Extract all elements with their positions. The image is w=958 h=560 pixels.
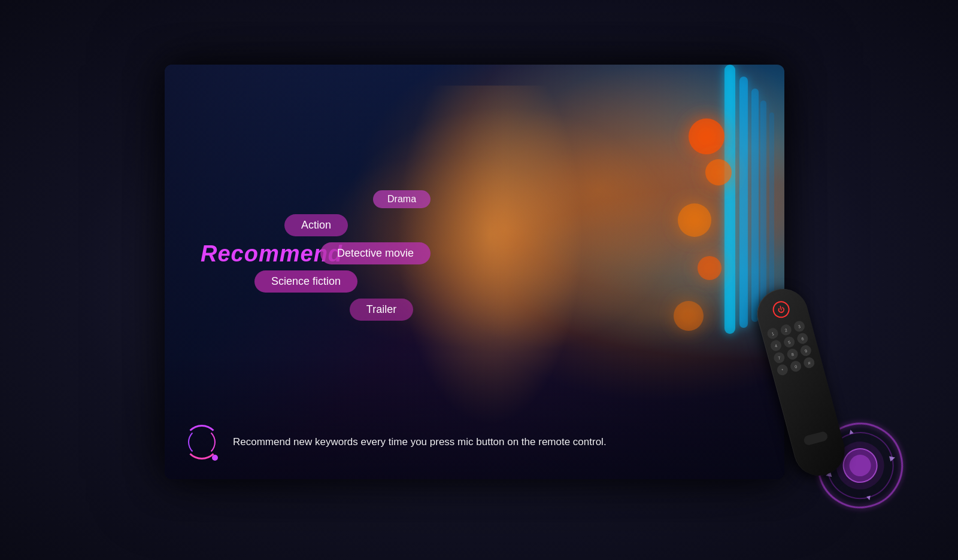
btn-5-label: 5 [787, 340, 791, 345]
btn-7[interactable]: 7 [772, 351, 786, 364]
drama-label: Drama [387, 194, 416, 205]
power-icon: ⏻ [777, 305, 786, 315]
voice-description: Recommend new keywords every time you pr… [233, 436, 607, 448]
btn-6[interactable]: 6 [796, 332, 809, 345]
btn-2[interactable]: 2 [780, 323, 793, 336]
btn-6-label: 6 [801, 336, 805, 341]
tv-screen: Recommend Drama Action Detective movie S… [165, 65, 784, 479]
genre-tag-trailer[interactable]: Trailer [350, 299, 413, 321]
science-fiction-label: Science fiction [271, 275, 341, 288]
genre-tags-container: Drama Action Detective movie Science fic… [284, 190, 431, 321]
number-buttons: 1 2 3 4 5 6 7 8 9 * 0 # [766, 319, 817, 376]
genre-tag-drama[interactable]: Drama [373, 190, 431, 208]
detective-label: Detective movie [337, 247, 414, 260]
voice-dot [212, 455, 218, 461]
action-label: Action [301, 219, 331, 232]
svg-text:▲: ▲ [847, 427, 856, 437]
voice-icon [183, 423, 221, 461]
tv-outer: Recommend Drama Action Detective movie S… [165, 65, 793, 495]
btn-hash[interactable]: # [802, 356, 815, 369]
svg-text:▶: ▶ [889, 453, 896, 462]
trailer-label: Trailer [366, 303, 396, 316]
btn-hash-label: # [807, 360, 811, 365]
genre-tag-science-fiction[interactable]: Science fiction [254, 270, 357, 293]
btn-3-label: 3 [798, 324, 801, 329]
btn-0-label: 0 [794, 364, 798, 369]
voice-ring-inner [188, 428, 216, 456]
btn-star[interactable]: * [776, 363, 789, 376]
genre-tag-detective[interactable]: Detective movie [320, 242, 431, 264]
btn-2-label: 2 [784, 327, 788, 332]
btn-8[interactable]: 8 [786, 348, 799, 361]
btn-0[interactable]: 0 [789, 360, 802, 373]
btn-7-label: 7 [778, 355, 781, 360]
voice-bar: Recommend new keywords every time you pr… [183, 423, 766, 461]
svg-text:▼: ▼ [865, 493, 874, 503]
power-button[interactable]: ⏻ [771, 299, 791, 319]
remote-body: ⏻ 1 2 3 4 5 6 7 8 9 * 0 # [751, 283, 850, 481]
btn-3[interactable]: 3 [793, 319, 806, 333]
btn-star-label: * [781, 367, 784, 372]
btn-5[interactable]: 5 [783, 336, 796, 349]
genre-tag-action[interactable]: Action [284, 214, 348, 236]
btn-8-label: 8 [791, 352, 795, 357]
btn-1[interactable]: 1 [766, 327, 779, 340]
remote-bottom-button[interactable] [803, 431, 829, 446]
btn-9[interactable]: 9 [799, 344, 813, 357]
content-overlay: Recommend Drama Action Detective movie S… [165, 65, 784, 479]
btn-4-label: 4 [774, 343, 778, 348]
remote-container: ▲ ▼ ◀ ▶ ⏻ 1 2 3 4 5 6 7 8 9 [718, 275, 893, 525]
btn-1-label: 1 [771, 331, 775, 336]
btn-4[interactable]: 4 [769, 339, 783, 352]
btn-9-label: 9 [804, 348, 808, 353]
